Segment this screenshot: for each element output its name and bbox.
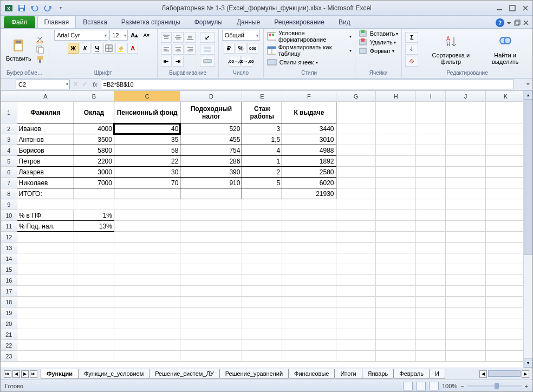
cell[interactable] (74, 199, 114, 210)
cell[interactable] (486, 253, 524, 264)
cell[interactable]: 5800 (74, 145, 114, 156)
cell[interactable]: Николаев (17, 178, 74, 188)
cell[interactable] (74, 340, 114, 351)
bold-button[interactable]: Ж (68, 43, 79, 54)
redo-button[interactable] (42, 2, 54, 14)
cell[interactable] (282, 340, 336, 351)
cell[interactable] (114, 275, 180, 286)
comma-format-button[interactable]: 000 (248, 43, 258, 54)
fill-button[interactable] (405, 44, 418, 55)
cell[interactable]: % в ПФ (17, 210, 74, 221)
col-header[interactable]: I (416, 91, 446, 102)
decrease-font-button[interactable]: A▾ (141, 30, 152, 41)
vertical-scrollbar[interactable]: ▴ ▾ (523, 90, 532, 368)
cell[interactable] (416, 253, 446, 264)
row-header[interactable]: 3 (1, 134, 17, 145)
cell[interactable] (180, 253, 242, 264)
scroll-down-icon[interactable]: ▾ (524, 358, 532, 368)
cell[interactable] (486, 134, 524, 145)
sort-filter-button[interactable]: АЯ Сортировка и фильтр (422, 32, 479, 66)
cell[interactable] (74, 232, 114, 243)
cell[interactable] (242, 232, 282, 243)
row-header[interactable]: 18 (1, 297, 17, 308)
header-cell[interactable]: Пенсионный фонд (114, 102, 180, 123)
file-tab[interactable]: Файл (4, 16, 35, 28)
cell[interactable] (282, 351, 336, 362)
cell[interactable] (282, 297, 336, 308)
cell[interactable]: 3500 (74, 134, 114, 145)
cell[interactable] (336, 123, 376, 134)
header-cell[interactable]: Оклад (74, 102, 114, 123)
format-cells-button[interactable]: Формат▾ (359, 47, 394, 55)
cell[interactable] (416, 329, 446, 340)
increase-font-button[interactable]: A▴ (129, 30, 140, 41)
row-header[interactable]: 9 (1, 199, 17, 210)
cell[interactable] (486, 188, 524, 199)
cell[interactable] (336, 329, 376, 340)
cell[interactable] (376, 351, 416, 362)
cell[interactable] (17, 243, 74, 253)
tab-insert[interactable]: Вставка (76, 16, 114, 28)
fx-icon[interactable]: fx (93, 81, 98, 88)
italic-button[interactable]: К (80, 43, 90, 54)
cell[interactable] (242, 340, 282, 351)
cell[interactable]: 70 (114, 178, 180, 188)
cell[interactable]: 3010 (282, 134, 336, 145)
header-cell[interactable]: К выдаче (282, 102, 336, 123)
cell-styles-button[interactable]: Стили ячеек▾ (267, 58, 318, 67)
zoom-out-button[interactable]: − (460, 383, 464, 389)
cell[interactable]: 390 (180, 167, 242, 178)
cell[interactable] (282, 221, 336, 232)
scroll-up-icon[interactable]: ▴ (524, 90, 532, 100)
cell[interactable] (242, 210, 282, 221)
cell[interactable] (74, 351, 114, 362)
cut-button[interactable] (36, 35, 46, 44)
cell[interactable]: 2 (242, 167, 282, 178)
accounting-format-button[interactable]: ₽ (224, 43, 235, 54)
cell[interactable] (446, 297, 486, 308)
orientation-button[interactable]: ⤢ (200, 32, 215, 43)
cell[interactable] (336, 145, 376, 156)
cell[interactable] (486, 167, 524, 178)
cell[interactable]: 35 (114, 134, 180, 145)
cell[interactable] (416, 275, 446, 286)
cell[interactable] (446, 134, 486, 145)
font-name-combo[interactable]: Arial Cyr (54, 30, 108, 41)
row-header[interactable]: 7 (1, 178, 17, 188)
worksheet-tab[interactable]: Решение_систем_ЛУ (149, 369, 219, 379)
cell[interactable] (486, 264, 524, 275)
scroll-right-icon[interactable]: ▶ (522, 370, 529, 378)
cell[interactable] (242, 275, 282, 286)
cell[interactable] (376, 123, 416, 134)
undo-button[interactable] (29, 2, 41, 14)
cell[interactable] (416, 264, 446, 275)
cell[interactable] (180, 275, 242, 286)
cell[interactable] (242, 308, 282, 318)
cell[interactable] (242, 188, 282, 199)
cell[interactable] (446, 329, 486, 340)
worksheet-tab[interactable]: И (429, 369, 445, 379)
cell[interactable] (446, 221, 486, 232)
cell[interactable]: 13% (74, 221, 114, 232)
cell[interactable] (17, 340, 74, 351)
cell[interactable]: 3 (242, 123, 282, 134)
cell[interactable] (486, 340, 524, 351)
cell[interactable] (416, 340, 446, 351)
cell[interactable]: 3440 (282, 123, 336, 134)
zoom-in-button[interactable]: + (525, 383, 528, 389)
borders-button[interactable] (103, 43, 114, 54)
cell[interactable]: Лазарев (17, 167, 74, 178)
underline-button[interactable]: Ч (92, 43, 102, 54)
first-sheet-button[interactable]: ⏮ (4, 370, 11, 378)
cell[interactable] (416, 308, 446, 318)
cell[interactable] (180, 308, 242, 318)
close-button[interactable] (521, 4, 530, 12)
cell[interactable] (446, 351, 486, 362)
cell[interactable] (446, 264, 486, 275)
cell[interactable] (416, 232, 446, 243)
cell[interactable] (336, 167, 376, 178)
cell[interactable] (74, 318, 114, 329)
cell[interactable] (336, 232, 376, 243)
copy-button[interactable] (36, 45, 46, 54)
cell[interactable] (282, 286, 336, 297)
